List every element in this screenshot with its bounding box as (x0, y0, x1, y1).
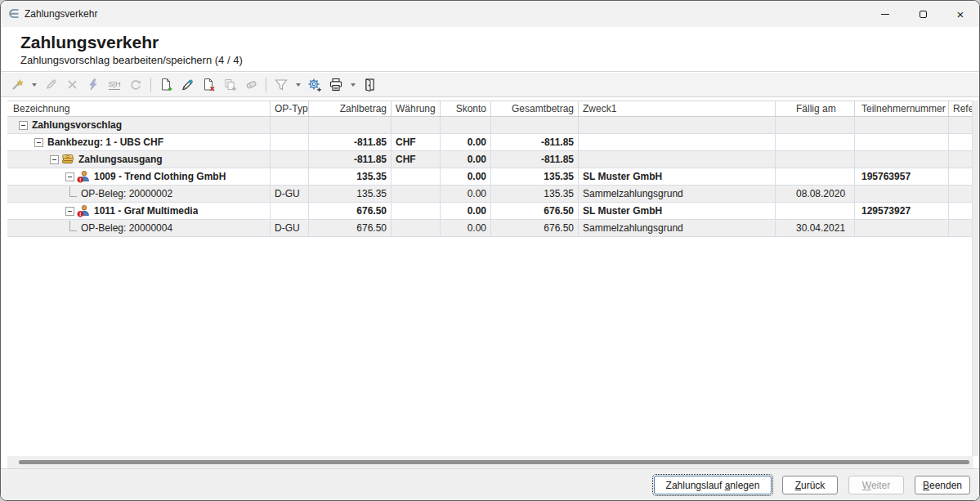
new-document-button[interactable] (156, 75, 176, 95)
tree-connector-line (69, 186, 77, 197)
cell-zahlbetrag: 135.35 (309, 168, 392, 185)
table-row[interactable]: Zahlungsvorschlag (7, 117, 973, 134)
cell-faelligam: 08.08.2020 (776, 186, 855, 202)
cell-zweck1 (579, 151, 776, 168)
settings-button[interactable] (305, 75, 324, 95)
cell-faelligam (776, 168, 855, 185)
weiter-button[interactable]: Weiter (848, 476, 904, 494)
table-row[interactable]: Zahlungsausgang-811.85CHF0.00-811.85 (7, 151, 973, 168)
horizontal-scrollbar-thumb[interactable] (19, 460, 969, 464)
cell-referenz (949, 117, 973, 133)
titlebar: ∈ Zahlungsverkehr × (1, 1, 979, 27)
cell-skonto: 0.00 (441, 220, 491, 236)
eraser-button[interactable] (241, 75, 261, 95)
tree-row-label: 1011 - Graf Multimedia (94, 203, 198, 219)
cell-waehrung (392, 203, 441, 219)
cell-teilnehmernummer (855, 117, 949, 133)
maximize-icon (920, 11, 927, 18)
button-label: eenden (929, 480, 962, 491)
edit-icon (181, 78, 195, 92)
cell-bezeichnung: OP-Beleg: 20000004 (7, 220, 271, 236)
toolbar-separator (266, 78, 266, 92)
cell-zweck1 (579, 134, 776, 150)
vertical-scrollbar[interactable] (972, 101, 978, 456)
cell-waehrung: CHF (392, 151, 441, 168)
edit-pencil-button[interactable] (41, 75, 60, 95)
cell-optyp: D-GU (271, 186, 309, 202)
cell-teilnehmernummer (855, 134, 949, 150)
column-header-faelligam[interactable]: Fällig am (776, 101, 855, 116)
tree-connector-line (69, 221, 77, 231)
tree-collapse-icon[interactable] (65, 207, 74, 216)
column-header-optyp[interactable]: OP-Typ (271, 101, 309, 116)
column-header-zahlbetrag[interactable]: Zahlbetrag (309, 101, 392, 116)
column-header-skonto[interactable]: Skonto (441, 101, 491, 116)
tree-collapse-icon[interactable] (65, 172, 74, 181)
cell-zahlbetrag: 676.50 (309, 220, 392, 236)
tree-row-label: 1009 - Trend Clothing GmbH (94, 168, 226, 185)
sh-toggle-button[interactable]: S|H (105, 75, 124, 95)
customer-alert-icon (77, 204, 90, 217)
column-header-waehrung[interactable]: Währung (392, 101, 441, 116)
print-button[interactable] (326, 75, 346, 95)
cell-referenz (949, 168, 973, 185)
minimize-button[interactable] (866, 1, 904, 27)
lightning-button[interactable] (83, 75, 103, 95)
chevron-down-icon (351, 83, 356, 87)
cell-gesamtbetrag: 135.35 (491, 168, 579, 185)
cell-zahlbetrag (309, 117, 392, 133)
delete-document-button[interactable] (199, 75, 218, 95)
exit-button[interactable] (360, 75, 379, 95)
toolbar: S|H (1, 73, 979, 97)
column-header-gesamtbetrag[interactable]: Gesamtbetrag (491, 101, 579, 116)
auto-assign-dropdown[interactable] (29, 75, 39, 95)
cell-faelligam (776, 203, 855, 219)
table-row[interactable]: 1011 - Graf Multimedia676.500.00676.50SL… (7, 203, 973, 220)
filter-dropdown[interactable] (293, 75, 303, 95)
column-header-referenz[interactable]: Referenz (949, 101, 973, 116)
maximize-button[interactable] (904, 1, 942, 27)
cell-bezeichnung: Bankbezug: 1 - UBS CHF (7, 134, 271, 150)
edit-document-button[interactable] (177, 75, 197, 95)
cell-zahlbetrag: 676.50 (309, 203, 392, 219)
cell-skonto: 0.00 (441, 203, 491, 219)
column-header-bezeichnung[interactable]: Bezeichnung (7, 101, 271, 116)
print-dropdown[interactable] (347, 75, 358, 95)
cell-skonto: 0.00 (441, 151, 491, 168)
cell-teilnehmernummer (855, 186, 949, 202)
grid-body: ZahlungsvorschlagBankbezug: 1 - UBS CHF-… (7, 117, 973, 237)
horizontal-scrollbar[interactable] (7, 456, 973, 468)
close-button[interactable]: × (942, 1, 979, 27)
zurueck-button[interactable]: Zurück (782, 476, 838, 494)
cell-bezeichnung: OP-Beleg: 20000002 (7, 186, 271, 202)
cancel-button[interactable] (62, 75, 82, 95)
table-row[interactable]: 1009 - Trend Clothing GmbH135.350.00135.… (7, 168, 973, 186)
cell-referenz (949, 203, 973, 219)
refresh-button[interactable] (126, 75, 145, 95)
column-header-zweck1[interactable]: Zweck1 (579, 101, 776, 116)
refresh-icon (129, 78, 142, 92)
copy-add-button[interactable] (220, 75, 239, 95)
beenden-button[interactable]: Beenden (915, 476, 970, 494)
auto-assign-wand-button[interactable] (7, 75, 27, 95)
page-subtitle: Zahlungsvorschlag bearbeiten/speichern (… (20, 53, 979, 68)
cell-bezeichnung: Zahlungsvorschlag (7, 117, 271, 133)
cell-optyp (271, 117, 309, 133)
cell-waehrung (392, 186, 441, 202)
cell-optyp (271, 151, 309, 168)
table-row[interactable]: Bankbezug: 1 - UBS CHF-811.85CHF0.00-811… (7, 134, 973, 151)
cell-gesamtbetrag (491, 117, 579, 133)
table-row[interactable]: OP-Beleg: 20000002D-GU135.350.00135.35Sa… (7, 186, 973, 203)
customer-alert-icon (77, 170, 90, 183)
tree-collapse-icon[interactable] (19, 121, 28, 130)
new-document-icon (159, 78, 173, 92)
table-row[interactable]: OP-Beleg: 20000004D-GU676.500.00676.50Sa… (7, 220, 973, 237)
cell-referenz (949, 151, 973, 168)
cell-zweck1: SL Muster GmbH (579, 203, 776, 219)
tree-collapse-icon[interactable] (50, 155, 59, 164)
zahlungslauf-anlegen-button[interactable]: Zahlungslauf anlegen (654, 476, 772, 494)
column-header-teilnehmernummer[interactable]: Teilnehmernummer (855, 101, 949, 116)
tree-collapse-icon[interactable] (34, 138, 43, 147)
filter-button[interactable] (271, 75, 291, 95)
cell-bezeichnung: 1011 - Graf Multimedia (7, 203, 271, 219)
